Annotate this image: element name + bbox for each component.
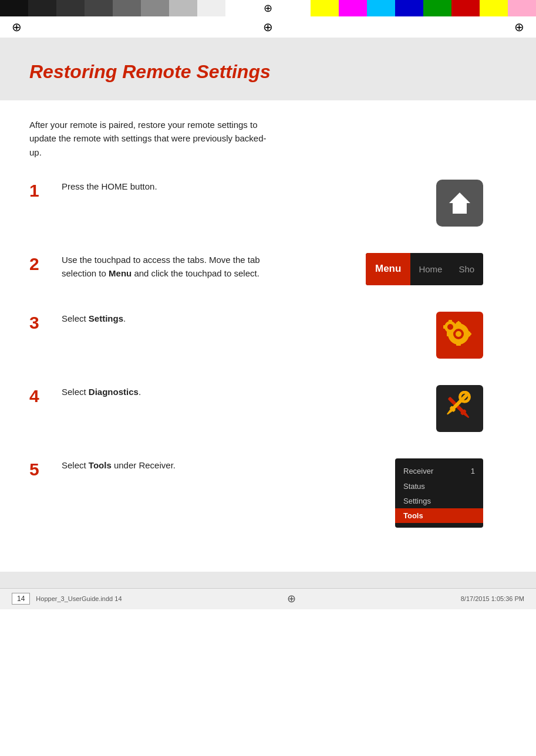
step-4-text: Select Diagnostics. [62,385,273,399]
step-2-number: 2 [29,254,53,274]
color-swatch-pink [508,0,536,16]
receiver-menu-header: Receiver 1 [395,463,483,479]
color-swatch-5 [113,0,141,16]
footer-left: 14 Hopper_3_UserGuide.indd 14 [12,593,122,605]
color-swatch-1 [0,0,28,16]
settings-gear-icon [442,318,477,353]
step-5-row: 5 Select Tools under Receiver. Receiver … [29,458,507,528]
svg-rect-16 [443,325,447,329]
step-5-number: 5 [29,460,53,479]
step-3-row: 3 Select Settings. [29,312,507,359]
step-3-bold: Settings [89,313,123,323]
color-swatch-3 [56,0,85,16]
step-4-image [436,385,483,432]
color-swatch-blue [395,0,423,16]
step-4-bold: Diagnostics [89,387,139,397]
color-swatch-magenta [339,0,367,16]
step-1-text: Press the HOME button. [62,180,273,193]
color-swatch-yellow [311,0,339,16]
page-title: Restoring Remote Settings [29,61,507,83]
footer-right-text: 8/17/2015 1:05:36 PM [461,595,524,602]
right-reg-mark: ⊕ [514,21,524,33]
diagnostics-icon [436,385,483,432]
color-swatch-4 [85,0,113,16]
step-2-bold: Menu [109,268,132,278]
color-swatch-7 [169,0,197,16]
menu-tab-active: Menu [366,253,410,285]
color-swatch-yellow2 [480,0,508,16]
footer-bar: 14 Hopper_3_UserGuide.indd 14 ⊕ 8/17/201… [0,588,536,609]
footer-left-text: Hopper_3_UserGuide.indd 14 [36,595,122,602]
header-section: Restoring Remote Settings [0,38,536,100]
svg-rect-14 [449,320,452,323]
color-swatch-cyan [367,0,395,16]
receiver-menu: Receiver 1 Status Settings Tools [395,458,483,528]
top-color-bar: ⊕ [0,0,536,16]
page-number-box: 14 [12,593,30,605]
menu-tab-sho: Sho [450,258,483,280]
diagnostics-tools-icon [442,391,477,426]
receiver-status-item[interactable]: Status [395,479,483,494]
step-4-number: 4 [29,386,53,406]
intro-text: After your remote is paired, restore you… [29,118,276,159]
step-3-image [436,312,483,359]
step-1-row: 1 Press the HOME button. [29,180,507,227]
svg-point-13 [447,324,453,330]
main-content: After your remote is paired, restore you… [0,100,536,572]
step-2-text: Use the touchpad to access the tabs. Mov… [62,253,273,281]
step-5-image: Receiver 1 Status Settings Tools [395,458,483,528]
footer-center-reg: ⊕ [287,592,296,605]
registration-bar: ⊕ ⊕ ⊕ [0,16,536,38]
svg-rect-1 [457,206,463,214]
step-1-number: 1 [29,181,53,200]
step-5-text: Select Tools under Receiver. [62,458,273,472]
step-5-bold: Tools [89,460,112,470]
home-button [436,180,483,227]
step-3-number: 3 [29,313,53,332]
reg-mark-area: ⊕ [253,0,282,16]
menu-tab-bar: Menu Home Sho [366,253,483,285]
color-swatch-8 [197,0,225,16]
receiver-tools-item[interactable]: Tools [395,508,483,523]
color-swatch-green [423,0,451,16]
step-3-text: Select Settings. [62,312,273,325]
receiver-number: 1 [471,467,475,475]
svg-rect-17 [454,325,457,329]
settings-icon [436,312,483,359]
home-icon [446,189,474,217]
color-swatch-red [451,0,480,16]
receiver-settings-item[interactable]: Settings [395,494,483,508]
step-2-row: 2 Use the touchpad to access the tabs. M… [29,253,507,285]
step-1-image [436,180,483,227]
color-swatch-9 [225,0,254,16]
color-swatch-2 [28,0,56,16]
step-4-row: 4 Select Diagnostics. [29,385,507,432]
menu-tab-home: Home [410,258,450,280]
receiver-label: Receiver [403,467,433,475]
svg-point-11 [456,331,461,337]
bottom-label-bar [0,572,536,588]
svg-rect-5 [456,341,461,346]
step-2-image: Menu Home Sho [366,253,483,285]
center-reg-mark: ⊕ [263,21,273,33]
color-swatch-6 [141,0,169,16]
left-reg-mark: ⊕ [12,21,22,33]
svg-rect-15 [449,330,452,334]
color-swatch-w [282,0,311,16]
